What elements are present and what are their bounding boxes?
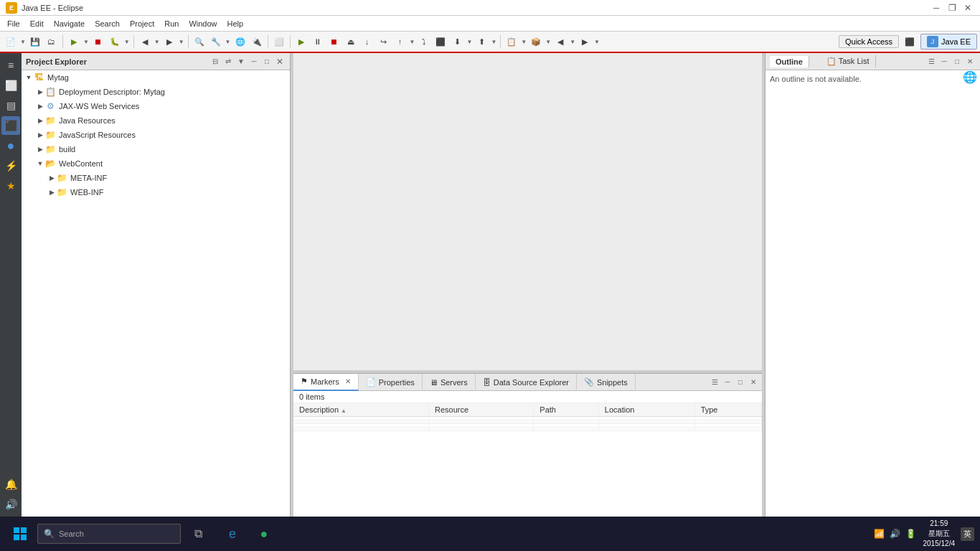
col-path[interactable]: Path (534, 403, 599, 417)
toolbar-back-btn[interactable]: ◀ (137, 34, 153, 50)
arrow-java-resources[interactable]: ▶ (36, 116, 44, 126)
close-button[interactable]: ✕ (961, 2, 974, 14)
annotation2-dropdown-arrow[interactable]: ▼ (490, 39, 497, 45)
menu-window[interactable]: Window (184, 18, 221, 29)
sidebar-icon-livereload[interactable]: ⚡ (1, 156, 20, 175)
debug-dropdown-arrow[interactable]: ▼ (123, 39, 131, 45)
tab-servers[interactable]: 🖥 Servers (423, 374, 476, 391)
tree-item-mytag[interactable]: ▼ 🏗 Mytag (22, 70, 290, 85)
col-location[interactable]: Location (598, 403, 694, 417)
forward-dropdown-arrow[interactable]: ▼ (178, 39, 185, 45)
toolbar-step-into-btn[interactable]: ↓ (359, 34, 375, 50)
arrow-build[interactable]: ▶ (36, 144, 44, 154)
sidebar-icon-volume[interactable]: 🔊 (1, 495, 20, 514)
toolbar-resume-btn[interactable]: ▶ (293, 34, 309, 50)
bottom-close-btn[interactable]: ✕ (748, 377, 759, 388)
toolbar-save-btn[interactable]: 💾 (27, 34, 43, 50)
sidebar-icon-panel[interactable]: ▤ (1, 96, 20, 115)
arrow-js-resources[interactable]: ▶ (36, 130, 44, 140)
col-type[interactable]: Type (694, 403, 761, 417)
toolbar-debug-btn[interactable]: 🐛 (107, 34, 123, 50)
toolbar-terminate-btn[interactable]: ⏹ (326, 34, 342, 50)
toolbar-open-task-btn[interactable]: 📋 (504, 34, 519, 50)
open-perspective-button[interactable]: ⬛ (902, 34, 918, 50)
tree-item-js-resources[interactable]: ▶ 📁 JavaScript Resources (22, 128, 290, 142)
toolbar-stop-btn[interactable]: ⏹ (90, 34, 106, 50)
editor-area[interactable] (293, 53, 762, 370)
tree-item-deployment[interactable]: ▶ 📋 Deployment Descriptor: Mytag (22, 85, 290, 99)
tab-properties[interactable]: 📄 Properties (359, 374, 423, 391)
taskbar-search[interactable]: 🔍 Search (37, 524, 181, 544)
toolbar-drop-frame-btn[interactable]: ⤵ (416, 34, 432, 50)
toolbar-run-btn[interactable]: ▶ (66, 34, 82, 50)
toolbar-maximize-editor-btn[interactable]: ⬜ (271, 34, 287, 50)
sidebar-icon-extra[interactable]: ★ (1, 176, 20, 195)
toolbar-prev-annotation-btn[interactable]: ⬆ (473, 34, 489, 50)
annotation-dropdown-arrow[interactable]: ▼ (466, 39, 473, 45)
systray-volume-icon[interactable]: 🔊 (889, 527, 902, 540)
taskbar-chrome-btn[interactable]: ● (250, 519, 278, 548)
tab-task-list[interactable]: 📋 Task List (821, 55, 876, 67)
arrow-web-inf[interactable]: ▶ (47, 187, 56, 197)
sidebar-icon-menu[interactable]: ≡ (1, 56, 20, 75)
tab-snippets[interactable]: 📎 Snippets (577, 374, 636, 391)
collapse-all-btn[interactable]: ⊟ (209, 56, 221, 67)
tab-markers-close[interactable]: ✕ (345, 377, 351, 385)
col-resource[interactable]: Resource (428, 403, 533, 417)
tab-markers[interactable]: ⚑ Markers ✕ (293, 374, 359, 391)
task-dropdown-arrow[interactable]: ▼ (520, 39, 527, 45)
start-button[interactable] (6, 519, 34, 548)
sidebar-icon-console[interactable]: ⬛ (1, 116, 20, 135)
tree-item-meta-inf[interactable]: ▶ 📁 META-INF (22, 171, 290, 185)
toolbar-search-btn[interactable]: 🔍 (192, 34, 207, 50)
tab-outline[interactable]: Outline (770, 56, 809, 67)
toolbar-open-decl-btn[interactable]: 📦 (528, 34, 544, 50)
link-editor-btn[interactable]: ⇌ (222, 56, 234, 67)
debug2-dropdown-arrow[interactable]: ▼ (409, 39, 416, 45)
toolbar-ext-btn[interactable]: 🔌 (249, 34, 265, 50)
toolbar-step-return-btn[interactable]: ↑ (392, 34, 408, 50)
tree-item-java-resources[interactable]: ▶ 📁 Java Resources (22, 113, 290, 128)
arrow-meta-inf[interactable]: ▶ (47, 173, 56, 183)
arrow-mytag[interactable]: ▼ (24, 72, 33, 83)
arrow-deployment[interactable]: ▶ (36, 87, 44, 97)
tree-item-webcontent[interactable]: ▼ 📂 WebContent (22, 156, 290, 171)
tree-item-jaxws[interactable]: ▶ ⚙ JAX-WS Web Services (22, 99, 290, 113)
toolbar-step-over-btn[interactable]: ↪ (376, 34, 392, 50)
toolbar-next-annotation-btn[interactable]: ⬇ (449, 34, 465, 50)
refactor-dropdown-arrow[interactable]: ▼ (225, 39, 232, 45)
menu-project[interactable]: Project (126, 18, 159, 29)
bottom-maximize-btn[interactable]: □ (735, 377, 746, 388)
col-description[interactable]: Description ▲ (293, 403, 428, 417)
minimize-button[interactable]: ─ (930, 2, 943, 14)
minimize-panel-btn[interactable]: ─ (248, 56, 260, 67)
toolbar-back2-btn[interactable]: ◀ (552, 34, 568, 50)
restore-button[interactable]: ❐ (946, 2, 958, 14)
menu-run[interactable]: Run (160, 18, 183, 29)
menu-help[interactable]: Help (223, 18, 248, 29)
toolbar-new-btn[interactable]: 📄 (3, 34, 19, 50)
menu-file[interactable]: File (3, 18, 24, 29)
taskbar-clock[interactable]: 21:59 星期五 2015/12/4 (923, 519, 956, 549)
java-ee-perspective-button[interactable]: J Java EE (920, 34, 977, 50)
systray-battery-icon[interactable]: 🔋 (905, 527, 918, 540)
toolbar-disconnect-btn[interactable]: ⏏ (343, 34, 359, 50)
run-dropdown-arrow[interactable]: ▼ (83, 39, 90, 45)
toolbar-forward-btn[interactable]: ▶ (161, 34, 177, 50)
toolbar-suspend-btn[interactable]: ⏸ (310, 34, 326, 50)
menu-navigate[interactable]: Navigate (50, 18, 89, 29)
sidebar-icon-view[interactable]: ⬜ (1, 76, 20, 95)
outline-minimize-btn[interactable]: ─ (938, 56, 950, 67)
back2-dropdown-arrow[interactable]: ▼ (569, 39, 576, 45)
taskbar-ie-btn[interactable]: e (218, 519, 247, 548)
back-dropdown-arrow[interactable]: ▼ (154, 39, 161, 45)
outline-maximize-btn[interactable]: □ (951, 56, 963, 67)
tree-item-web-inf[interactable]: ▶ 📁 WEB-INF (22, 185, 290, 199)
toolbar-saveall-btn[interactable]: 🗂 (44, 34, 60, 50)
toolbar-use-step-filters-btn[interactable]: ⬛ (433, 34, 448, 50)
decl-dropdown-arrow[interactable]: ▼ (545, 39, 552, 45)
task-view-btn[interactable]: ⧉ (184, 519, 212, 548)
fwd2-dropdown-arrow[interactable]: ▼ (593, 39, 600, 45)
outline-close-btn[interactable]: ✕ (964, 56, 976, 67)
systray-network-icon[interactable]: 📶 (873, 527, 886, 540)
